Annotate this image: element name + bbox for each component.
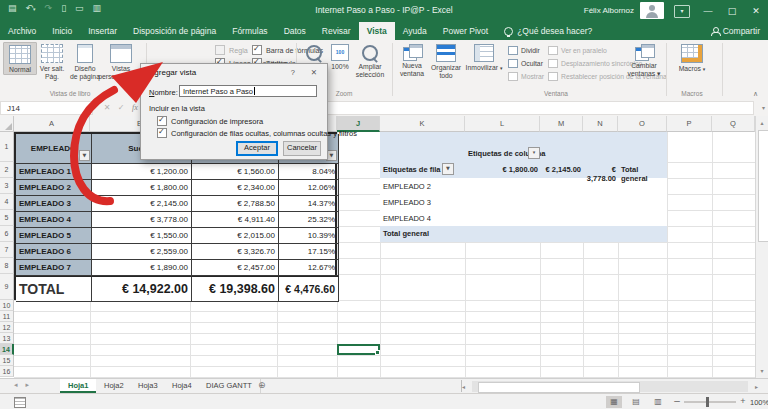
freeze-panes-button[interactable]: Inmovilizar ▾	[464, 42, 504, 72]
row-header-2[interactable]: 2	[0, 162, 14, 178]
table-cell[interactable]: € 1,200.00	[92, 164, 192, 180]
zoom-level[interactable]: 100%	[750, 398, 768, 407]
column-header-K[interactable]: K	[380, 116, 465, 132]
sheet-tab-diag-gantt[interactable]: DIAG GANTT	[198, 379, 261, 393]
tab-disposicion[interactable]: Disposición de página	[125, 22, 224, 40]
row-header-13[interactable]: 13	[0, 333, 14, 344]
table-cell[interactable]: € 1,890.00	[92, 260, 192, 276]
row-header-9[interactable]: 9	[0, 274, 14, 300]
sheet-tab-hoja1[interactable]: Hoja1	[60, 379, 97, 393]
table-cell[interactable]: € 2,559.00	[92, 244, 192, 260]
minimize-button[interactable]: —	[696, 0, 720, 22]
name-box[interactable]: J14	[0, 101, 93, 115]
table-total-cell[interactable]: € 19,398.60	[192, 276, 279, 302]
row-header-6[interactable]: 6	[0, 226, 14, 242]
filter-dropdown-icon[interactable]: ▼	[79, 150, 90, 161]
close-button[interactable]: ✕	[744, 0, 768, 22]
sheet-next-icon[interactable]: ▸	[26, 381, 38, 389]
ribbon-display-options-icon[interactable]: ▾	[674, 5, 690, 18]
table-cell[interactable]: EMPLEADO 2	[16, 180, 92, 196]
formula-bar-checkbox-icon[interactable]	[252, 45, 262, 55]
row-header-10[interactable]: 10	[0, 300, 14, 311]
sheet-nav-arrows[interactable]: ◂▸	[14, 381, 37, 389]
row-header-14[interactable]: 14	[0, 344, 14, 355]
scroll-right-icon[interactable]: ▸	[755, 383, 758, 390]
pivot-row-filter-icon[interactable]: ▼	[442, 163, 454, 175]
tell-me-box[interactable]: ¿Qué desea hacer?	[496, 22, 600, 40]
scroll-up-icon[interactable]: ▴	[756, 117, 768, 129]
tab-archivo[interactable]: Archivo	[0, 22, 44, 40]
zoom-slider-track[interactable]	[684, 401, 736, 403]
table-cell[interactable]: 8.04%	[279, 164, 339, 180]
row-header-11[interactable]: 11	[0, 311, 14, 322]
table-cell[interactable]: EMPLEADO 1	[16, 164, 92, 180]
save-icon[interactable]: ▤	[8, 3, 17, 13]
zoom-in-icon[interactable]: +	[738, 396, 748, 406]
row-header-5[interactable]: 5	[0, 210, 14, 226]
scroll-left-icon[interactable]: ◂	[462, 383, 465, 390]
share-button[interactable]: Compartir	[711, 22, 760, 40]
checkbox-checked-icon[interactable]	[157, 116, 167, 126]
vertical-scrollbar[interactable]: ▴ ▾	[755, 116, 768, 378]
undo-caret-icon[interactable]: ▾	[33, 6, 36, 12]
printer-settings-checkbox[interactable]: Configuración de impresora	[157, 116, 263, 126]
table-total-cell[interactable]: € 14,922.00	[92, 276, 192, 302]
pivot-column-value[interactable]: € 2,145.00	[540, 165, 581, 174]
row-header-7[interactable]: 7	[0, 242, 14, 258]
view-page-break-icon[interactable]: ▥	[650, 396, 666, 408]
table-cell[interactable]: 12.06%	[279, 180, 339, 196]
zoom-100-button[interactable]: 100 100%	[328, 42, 352, 71]
table-cell[interactable]: EMPLEADO 5	[16, 228, 92, 244]
tab-insertar[interactable]: Insertar	[80, 22, 125, 40]
pivot-column-value[interactable]: € 1,800.00	[465, 165, 538, 174]
table-cell[interactable]: € 3,326.70	[192, 244, 279, 260]
column-header-Q[interactable]: Q	[712, 116, 755, 132]
table-cell[interactable]: € 4,911.40	[192, 212, 279, 228]
table-cell[interactable]: € 1,800.00	[92, 180, 192, 196]
tab-ayuda[interactable]: Ayuda	[395, 22, 435, 40]
table-cell[interactable]: € 3,778.00	[92, 212, 192, 228]
horizontal-scroll-thumb[interactable]	[478, 382, 640, 393]
column-header-N[interactable]: N	[583, 116, 618, 132]
table-total-label[interactable]: TOTAL	[16, 276, 92, 302]
user-name[interactable]: Félix Albornoz	[584, 6, 634, 15]
macros-button[interactable]: Macros ▾	[674, 42, 710, 73]
row-header-3[interactable]: 3	[0, 178, 14, 194]
table-cell[interactable]: € 2,145.00	[92, 196, 192, 212]
dialog-close-icon[interactable]: ✕	[311, 68, 317, 77]
checkbox-checked-icon[interactable]	[157, 128, 167, 138]
sheet-tab-hoja2[interactable]: Hoja2	[96, 379, 133, 393]
view-normal-icon[interactable]: ▦	[606, 396, 622, 408]
tab-inicio[interactable]: Inicio	[44, 22, 80, 40]
pivot-row-item[interactable]: EMPLEADO 4	[383, 214, 431, 223]
column-header-M[interactable]: M	[540, 116, 583, 132]
column-header-A[interactable]: A	[14, 116, 90, 132]
selected-cell-J14[interactable]	[337, 344, 380, 355]
tab-revisar[interactable]: Revisar	[314, 22, 359, 40]
pivot-grand-total-row[interactable]: Total general	[383, 229, 429, 238]
open-icon[interactable]: ▭	[75, 3, 84, 13]
undo-icon[interactable]: ↶▾	[26, 3, 36, 13]
new-sheet-icon[interactable]: ⊕	[258, 380, 266, 390]
table-cell[interactable]: € 2,788.50	[192, 196, 279, 212]
horizontal-scrollbar[interactable]: ◂ ▸	[462, 381, 758, 392]
zoom-to-selection-button[interactable]: Ampliar selección	[352, 42, 388, 79]
tab-power-pivot[interactable]: Power Pivot	[435, 22, 496, 40]
print-preview-icon[interactable]: ▥	[93, 3, 102, 13]
tab-datos[interactable]: Datos	[276, 22, 314, 40]
zoom-slider-thumb[interactable]	[706, 397, 709, 407]
accept-button[interactable]: Aceptar	[236, 141, 278, 156]
row-header-8[interactable]: 8	[0, 258, 14, 274]
view-page-layout-icon[interactable]: ▤	[628, 396, 644, 408]
pivot-row-labels[interactable]: Etiquetas de fila	[383, 165, 441, 174]
pivot-grand-total-header[interactable]: Total general	[618, 165, 664, 183]
table-cell[interactable]: EMPLEADO 3	[16, 196, 92, 212]
arrange-all-button[interactable]: Organizar todo	[428, 42, 464, 80]
table-cell[interactable]: € 2,457.00	[192, 260, 279, 276]
tab-formulas[interactable]: Fórmulas	[224, 22, 275, 40]
row-header-1[interactable]: 1	[0, 132, 14, 162]
table-cell[interactable]: 14.37%	[279, 196, 339, 212]
split-button[interactable]: Dividir	[508, 46, 540, 55]
sheet-tab-hoja4[interactable]: Hoja4	[164, 379, 201, 393]
normal-view-button[interactable]: Normal	[3, 42, 37, 75]
